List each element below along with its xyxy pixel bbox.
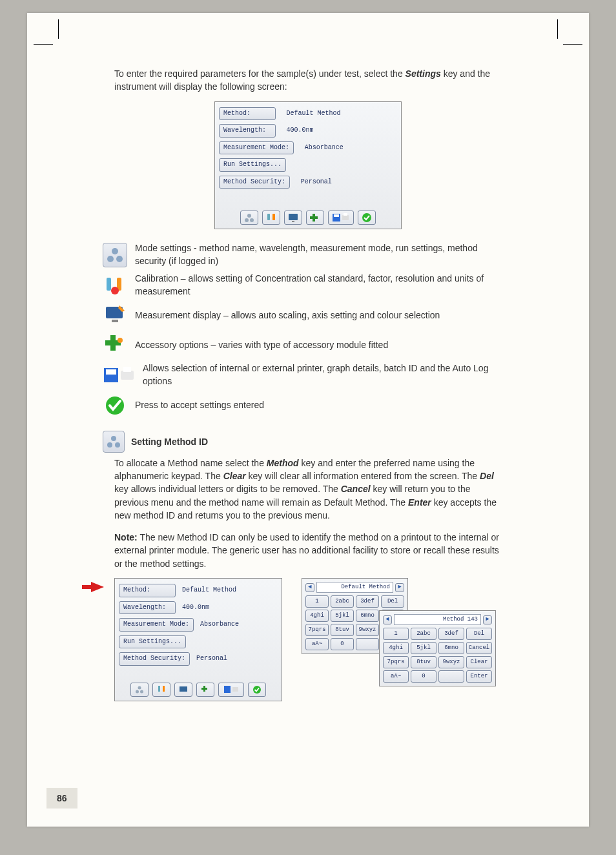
keypad-key[interactable]: 1 xyxy=(305,595,329,608)
calibration-icon[interactable] xyxy=(152,683,170,697)
display-icon[interactable] xyxy=(284,211,302,225)
legend-text: Calibration – allows setting of Concentr… xyxy=(135,273,502,298)
crop-mark xyxy=(34,44,53,45)
settings-key-label: Settings xyxy=(406,68,441,79)
keypad-key[interactable]: 0 xyxy=(331,638,354,650)
mode-value: Absorbance xyxy=(196,619,243,631)
security-value: Personal xyxy=(192,653,231,665)
note-text: The new Method ID can only be used to id… xyxy=(114,532,499,569)
run-settings-button[interactable]: Run Settings... xyxy=(219,158,286,172)
svg-point-14 xyxy=(116,256,123,262)
keypad-key[interactable]: aA~ xyxy=(383,670,409,683)
accessory-icon[interactable] xyxy=(196,683,214,697)
svg-rect-10 xyxy=(344,213,347,216)
calibration-icon[interactable] xyxy=(262,211,280,225)
accept-icon[interactable] xyxy=(358,211,376,225)
left-arrow-icon[interactable]: ◄ xyxy=(383,615,392,624)
keypad-key[interactable]: Del xyxy=(466,628,492,640)
svg-rect-6 xyxy=(292,221,294,222)
keypad-grid: 12abc3defDel4ghi5jkl6mnoCancel7pqrs8tuv9… xyxy=(383,628,492,683)
svg-point-17 xyxy=(111,287,119,294)
keypad-key[interactable]: 6mno xyxy=(438,642,464,654)
keypad-display: Method 143 xyxy=(394,614,481,625)
keypad-screens: ◄ Default Method ► 12abc3defDel4ghi5jkl6… xyxy=(302,578,444,688)
right-arrow-icon[interactable]: ► xyxy=(483,615,492,624)
right-arrow-icon[interactable]: ► xyxy=(395,583,404,592)
keypad-key[interactable]: 9wxyz xyxy=(356,624,379,636)
method-button[interactable]: Method: xyxy=(119,584,176,597)
left-arrow-icon[interactable]: ◄ xyxy=(305,583,314,592)
keypad-key[interactable]: 1 xyxy=(383,628,409,640)
keypad-key[interactable]: 0 xyxy=(411,670,436,683)
legend-item: Accessory options – varies with type of … xyxy=(103,333,502,357)
legend-text: Mode settings - method name, wavelength,… xyxy=(135,242,502,267)
keypad-key[interactable] xyxy=(438,670,464,683)
display-icon[interactable] xyxy=(174,683,192,697)
keypad-key[interactable]: 7pqrs xyxy=(383,656,409,668)
method-key-label: Method xyxy=(267,458,299,468)
print-save-icon[interactable] xyxy=(328,211,354,225)
keypad-key[interactable]: 4ghi xyxy=(305,610,329,622)
keypad-key[interactable]: 5jkl xyxy=(331,610,354,622)
mode-settings-icon[interactable] xyxy=(130,683,149,697)
keypad-key[interactable]: aA~ xyxy=(305,638,329,650)
accessory-icon[interactable] xyxy=(306,211,324,225)
keypad-key[interactable]: Clear xyxy=(466,656,492,668)
svg-rect-4 xyxy=(272,214,275,220)
keypad-key[interactable]: 7pqrs xyxy=(305,624,329,636)
text: key will clear all information entered f… xyxy=(249,471,480,481)
mode-settings-icon[interactable] xyxy=(240,211,258,225)
svg-point-30 xyxy=(136,690,139,693)
security-button[interactable]: Method Security: xyxy=(119,652,190,666)
svg-rect-9 xyxy=(342,215,349,220)
svg-rect-8 xyxy=(334,214,339,217)
keypad-key[interactable]: Del xyxy=(381,595,404,608)
keypad-key[interactable]: 3def xyxy=(438,628,464,640)
keypad-key[interactable]: 3def xyxy=(356,595,379,608)
svg-rect-5 xyxy=(289,214,298,220)
svg-point-20 xyxy=(118,338,123,343)
keypad-key[interactable]: 2abc xyxy=(331,595,354,608)
setting-paragraph: To allocate a Method name select the Met… xyxy=(114,457,502,522)
settings-screen: Method: Default Method Wavelength: 400.0… xyxy=(214,101,402,230)
security-button[interactable]: Method Security: xyxy=(219,176,290,189)
intro-paragraph: To enter the required parameters for the… xyxy=(114,67,502,94)
keypad-key[interactable]: 4ghi xyxy=(383,642,409,654)
keypad-key[interactable]: 8tuv xyxy=(331,624,354,636)
svg-point-0 xyxy=(247,214,251,218)
settings-screen-with-arrow: Method:Default Method Wavelength:400.0nm… xyxy=(114,578,282,701)
svg-rect-3 xyxy=(267,214,270,220)
keypad-key[interactable]: Cancel xyxy=(466,642,492,654)
mode-button[interactable]: Measurement Mode: xyxy=(219,141,294,155)
section-heading: Setting Method ID xyxy=(131,435,208,448)
keypad-key[interactable]: 6mno xyxy=(356,610,379,622)
svg-rect-19 xyxy=(112,320,118,322)
svg-point-26 xyxy=(111,436,116,441)
keypad-key[interactable]: Enter xyxy=(466,670,492,683)
svg-point-11 xyxy=(362,213,371,222)
legend-item: Measurement display – allows auto scalin… xyxy=(103,303,502,327)
keypad-key[interactable] xyxy=(356,638,379,650)
method-button[interactable]: Method: xyxy=(219,107,276,121)
run-settings-button[interactable]: Run Settings... xyxy=(119,635,186,649)
enter-key-label: Enter xyxy=(408,497,431,508)
note-label: Note: xyxy=(114,532,138,542)
legend-item: Mode settings - method name, wavelength,… xyxy=(103,242,502,267)
keypad-key[interactable]: 9wxyz xyxy=(438,656,464,668)
svg-rect-34 xyxy=(180,686,187,692)
accept-icon xyxy=(103,393,127,418)
legend-item: Calibration – allows setting of Concentr… xyxy=(103,273,502,298)
keypad-key[interactable]: 5jkl xyxy=(411,642,436,654)
legend-item: Press to accept settings entered xyxy=(103,393,502,418)
svg-point-12 xyxy=(112,248,118,254)
mode-button[interactable]: Measurement Mode: xyxy=(119,618,194,632)
accept-icon[interactable] xyxy=(248,683,266,697)
crop-mark xyxy=(557,19,558,39)
print-save-icon[interactable] xyxy=(218,683,244,697)
wavelength-button[interactable]: Wavelength: xyxy=(219,124,276,138)
wavelength-button[interactable]: Wavelength: xyxy=(119,601,176,615)
keypad-key[interactable]: 2abc xyxy=(411,628,436,640)
svg-rect-24 xyxy=(123,367,131,372)
icon-legend: Mode settings - method name, wavelength,… xyxy=(103,242,502,418)
keypad-key[interactable]: 8tuv xyxy=(411,656,436,668)
